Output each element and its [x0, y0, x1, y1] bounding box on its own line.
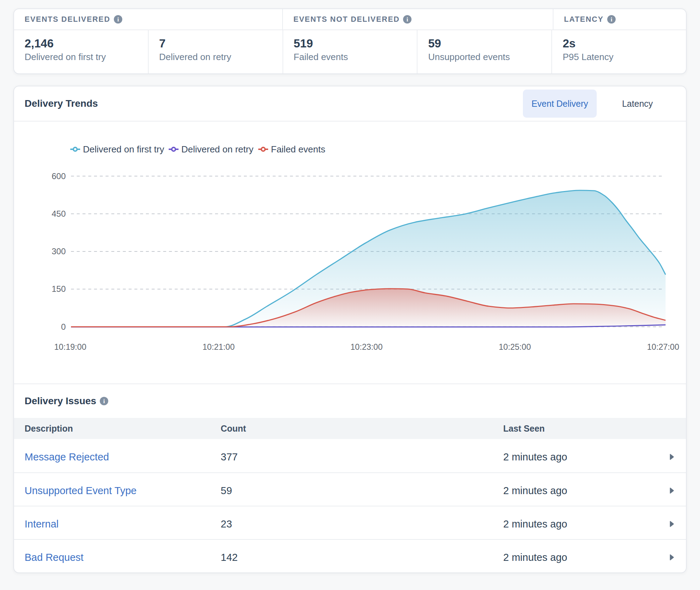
svg-text:450: 450: [52, 209, 66, 218]
svg-text:i: i: [407, 16, 408, 23]
svg-text:300: 300: [52, 247, 66, 256]
svg-text:i: i: [610, 16, 612, 23]
svg-text:600: 600: [52, 171, 66, 181]
svg-text:10:23:00: 10:23:00: [350, 342, 382, 352]
svg-text:10:19:00: 10:19:00: [54, 342, 86, 352]
svg-text:i: i: [117, 16, 119, 23]
svg-text:Failed events: Failed events: [271, 144, 325, 155]
svg-text:10:25:00: 10:25:00: [499, 342, 531, 352]
svg-text:i: i: [103, 398, 105, 405]
svg-text:150: 150: [52, 284, 66, 294]
svg-text:0: 0: [61, 322, 66, 332]
svg-text:10:27:00: 10:27:00: [647, 342, 679, 352]
svg-text:10:21:00: 10:21:00: [202, 342, 234, 352]
svg-text:Delivered on first try: Delivered on first try: [83, 144, 164, 155]
svg-text:Delivered on retry: Delivered on retry: [181, 144, 253, 155]
